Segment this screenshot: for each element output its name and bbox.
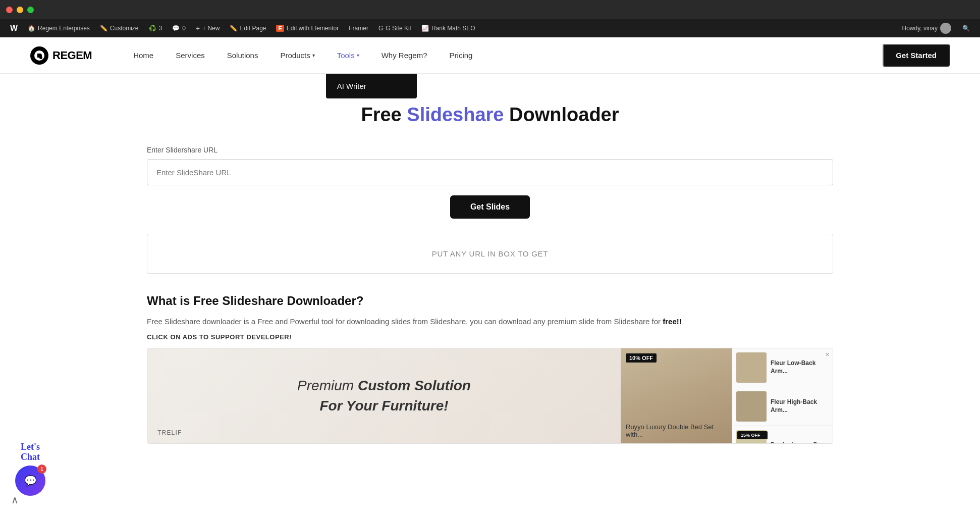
- elementor-icon: E: [276, 25, 284, 32]
- ad-product-card-2[interactable]: Fleur High-Back Arm...: [732, 387, 833, 426]
- ad-product-info-2: Fleur High-Back Arm...: [771, 398, 829, 414]
- edit-icon: ✏️: [230, 25, 237, 32]
- ad-product-thumb-1: [736, 352, 767, 383]
- ad-brand: TRELIF: [157, 429, 182, 436]
- tools-chevron-icon: ▾: [357, 53, 359, 58]
- chat-bubble[interactable]: 💬 1: [15, 466, 45, 496]
- nav-item-products[interactable]: Products ▾: [269, 37, 325, 74]
- comments-icon: 💬: [172, 25, 180, 32]
- page-title: Free Slideshare Downloader: [147, 104, 833, 126]
- nav-item-services[interactable]: Services: [165, 37, 216, 74]
- url-label: Enter Slidershare URL: [147, 146, 833, 154]
- new-icon: +: [196, 24, 200, 32]
- admin-bar-site-name[interactable]: 🏠 Regem Enterprises: [23, 19, 95, 37]
- ad-left[interactable]: Premium Custom SolutionFor Your Furnitur…: [147, 348, 621, 443]
- ad-product-card-3[interactable]: 15% OFF Pyrrha Luxury Do...: [732, 426, 833, 444]
- ad-product-title: Ruyyo Luxury Double Bed Set with...: [626, 423, 727, 438]
- dropdown-item-ai-writer[interactable]: AI Writer: [326, 74, 417, 98]
- nav-item-why-regem[interactable]: Why Regem?: [370, 37, 439, 74]
- ad-product-info-1: Fleur Low-Back Arm...: [771, 359, 829, 375]
- rankmath-icon: 📈: [421, 25, 429, 32]
- ads-note: CLICK ON ADS TO SUPPORT DEVELOPER!: [147, 333, 833, 341]
- close-button[interactable]: [6, 7, 13, 13]
- admin-bar-sitekit[interactable]: G G Site Kit: [373, 19, 416, 37]
- admin-bar-updates[interactable]: ♻️ 3: [144, 19, 168, 37]
- fullscreen-button[interactable]: [27, 7, 34, 13]
- section-heading: What is Free Slideshare Downloader?: [147, 294, 833, 308]
- ad-badge: 10% OFF: [626, 353, 657, 363]
- admin-bar-wp-icon[interactable]: W: [5, 19, 23, 37]
- nav-item-pricing[interactable]: Pricing: [439, 37, 484, 74]
- customize-icon: ✏️: [100, 25, 107, 32]
- ad-right: ✕ Fleur Low-Back Arm... Fleur High-Back …: [732, 348, 833, 443]
- url-input-wrapper: [147, 159, 833, 185]
- ad-middle[interactable]: 10% OFF Ruyyo Luxury Double Bed Set with…: [621, 348, 732, 443]
- wordpress-icon: W: [10, 24, 18, 33]
- site-logo[interactable]: REGEM: [30, 46, 92, 65]
- ad-product-thumb-2: [736, 391, 767, 422]
- admin-bar-elementor[interactable]: E Edit with Elementor: [271, 19, 344, 37]
- admin-search-icon: 🔍: [962, 25, 970, 32]
- section-description: Free Slideshare downloader is a Free and…: [147, 315, 833, 328]
- site-header: REGEM Home Services Solutions Products ▾…: [0, 37, 980, 74]
- admin-bar-search[interactable]: 🔍: [957, 19, 975, 37]
- main-content: Free Slideshare Downloader Enter Sliders…: [137, 74, 843, 464]
- admin-bar-customize[interactable]: ✏️ Customize: [95, 19, 144, 37]
- site-nav: Home Services Solutions Products ▾ Tools…: [122, 37, 883, 74]
- chat-label: Let's Chat: [15, 442, 45, 462]
- scroll-up-icon: ∧: [11, 494, 19, 505]
- admin-bar-howdy[interactable]: Howdy, vinay: [896, 23, 957, 34]
- ad-product-card-1[interactable]: Fleur Low-Back Arm...: [732, 348, 833, 387]
- admin-bar: W 🏠 Regem Enterprises ✏️ Customize ♻️ 3 …: [0, 19, 980, 37]
- chat-badge: 1: [37, 465, 46, 474]
- chat-widget[interactable]: Let's Chat 💬 1: [15, 442, 45, 496]
- nav-item-solutions[interactable]: Solutions: [216, 37, 269, 74]
- svg-point-1: [39, 56, 42, 59]
- admin-avatar: [940, 23, 951, 34]
- minimize-button[interactable]: [17, 7, 23, 13]
- logo-icon: [30, 46, 48, 65]
- admin-bar-new[interactable]: + + New: [191, 19, 225, 37]
- admin-bar-comments[interactable]: 💬 0: [167, 19, 191, 37]
- chat-icon: 💬: [24, 475, 37, 487]
- google-icon: G: [378, 25, 383, 32]
- admin-bar-rankmath[interactable]: 📈 Rank Math SEO: [416, 19, 480, 37]
- tools-dropdown: AI Writer: [326, 74, 417, 98]
- nav-item-home[interactable]: Home: [122, 37, 165, 74]
- result-box: PUT ANY URL IN BOX TO GET: [147, 234, 833, 274]
- url-input[interactable]: [147, 159, 833, 185]
- get-started-button[interactable]: Get Started: [883, 44, 950, 67]
- updates-icon: ♻️: [149, 25, 156, 32]
- ad-banner: Premium Custom SolutionFor Your Furnitur…: [147, 348, 833, 444]
- ad-close-icon[interactable]: ✕: [825, 351, 830, 358]
- admin-bar-framer[interactable]: Framer: [344, 19, 373, 37]
- products-chevron-icon: ▾: [312, 53, 315, 58]
- ad-left-text: Premium Custom SolutionFor Your Furnitur…: [297, 376, 471, 415]
- ad-product-info-3: Pyrrha Luxury Do...: [771, 441, 829, 444]
- ad-product-thumb-3: 15% OFF: [736, 430, 767, 444]
- ad-product-3-badge: 15% OFF: [737, 431, 768, 439]
- site-icon: 🏠: [28, 25, 35, 32]
- get-slides-button[interactable]: Get Slides: [450, 195, 530, 219]
- nav-item-tools[interactable]: Tools ▾ AI Writer: [326, 37, 370, 74]
- traffic-lights: [6, 7, 34, 13]
- titlebar: [0, 0, 980, 19]
- admin-bar-edit-page[interactable]: ✏️ Edit Page: [225, 19, 271, 37]
